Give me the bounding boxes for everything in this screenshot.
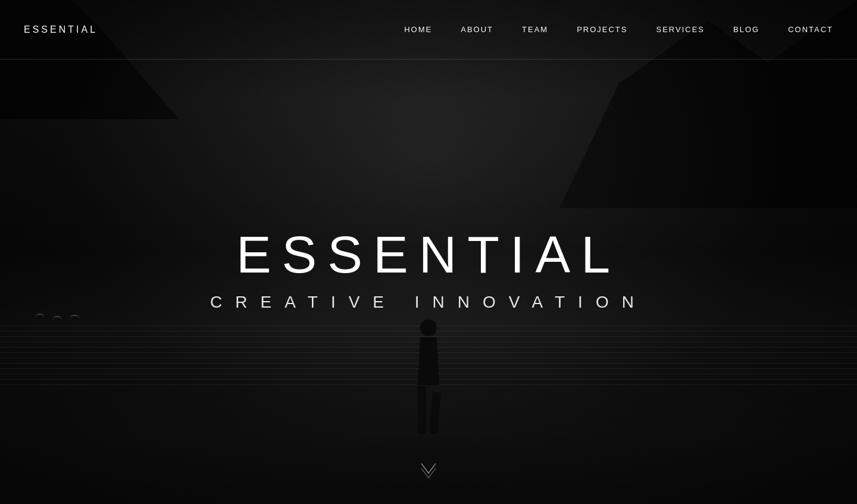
hero-section: ESSENTIAL HOME ABOUT TEAM PROJECTS SERVI… xyxy=(0,0,857,504)
nav-home[interactable]: HOME xyxy=(404,25,432,34)
figure-body xyxy=(417,337,440,385)
figure-leg-left xyxy=(418,386,426,434)
scroll-down-button[interactable] xyxy=(417,456,440,480)
nav-blog[interactable]: BLOG xyxy=(733,25,759,34)
site-logo: ESSENTIAL xyxy=(24,24,98,35)
hero-subtitle: CREATIVE INNOVATION xyxy=(210,293,647,312)
main-nav: HOME ABOUT TEAM PROJECTS SERVICES BLOG C… xyxy=(404,25,833,34)
chevron-down-icon xyxy=(417,456,440,480)
nav-projects[interactable]: PROJECTS xyxy=(577,25,627,34)
nav-team[interactable]: TEAM xyxy=(522,25,548,34)
figure-guitar xyxy=(438,349,451,391)
figure-leg-right xyxy=(429,392,441,434)
hero-content: ESSENTIAL CREATIVE INNOVATION xyxy=(210,228,647,312)
nav-about[interactable]: ABOUT xyxy=(461,25,493,34)
figure-silhouette xyxy=(405,320,452,450)
birds-decoration xyxy=(36,314,79,320)
figure-head xyxy=(420,320,437,336)
nav-services[interactable]: SERVICES xyxy=(656,25,705,34)
site-header: ESSENTIAL HOME ABOUT TEAM PROJECTS SERVI… xyxy=(0,0,857,60)
figure-legs xyxy=(405,386,452,434)
nav-contact[interactable]: CONTACT xyxy=(788,25,833,34)
hero-title: ESSENTIAL xyxy=(210,228,647,281)
